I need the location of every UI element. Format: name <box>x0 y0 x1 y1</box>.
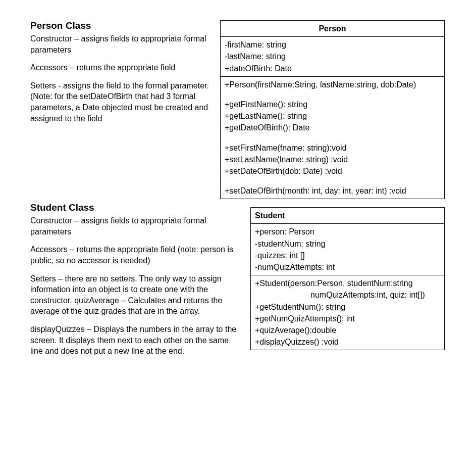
uml-person-m3: +getLastName(): string <box>225 112 307 120</box>
student-para-display: displayQuizzes – Displays the numbers in… <box>30 324 242 357</box>
student-para-accessors: Accessors – returns the appropriate fiel… <box>30 244 242 266</box>
uml-student-box: Student +person: Person -studentNum: str… <box>250 207 445 350</box>
uml-person-box: Person -firstName: string -lastName: str… <box>220 20 445 199</box>
uml-person-attr1: -firstName: string <box>225 40 286 49</box>
uml-person-methods: +Person(firstName:String, lastName:strin… <box>221 76 445 199</box>
uml-person-attributes: -firstName: string -lastName: string +da… <box>221 37 445 77</box>
uml-person-m8: +setDateOfBirth(month: int, day: int, ye… <box>225 186 406 195</box>
uml-person-title: Person <box>221 21 445 37</box>
person-text-column: Person Class Constructor – assigns field… <box>30 20 220 131</box>
student-para-setters: Setters – there are no setters. The only… <box>30 273 242 317</box>
uml-person-m6: +setLastName(lname: string) :void <box>225 155 348 164</box>
uml-person-m1: +Person(firstName:String, lastName:strin… <box>225 80 416 89</box>
person-heading: Person Class <box>30 20 217 31</box>
student-row: Student Class Constructor – assigns fiel… <box>30 202 445 364</box>
uml-student-attr3: -quizzes: int [] <box>255 251 305 260</box>
person-uml-column: Person -firstName: string -lastName: str… <box>220 20 445 199</box>
student-uml-column: Student +person: Person -studentNum: str… <box>247 202 445 350</box>
student-text-column: Student Class Constructor – assigns fiel… <box>30 202 247 364</box>
uml-person-attr3: +dateOfBirth: Date <box>225 64 292 73</box>
student-para-constructor: Constructor – assigns fields to appropri… <box>30 215 242 237</box>
student-heading: Student Class <box>30 202 242 213</box>
uml-person-m7: +setDateOfBirth(dob: Date) :void <box>225 167 342 175</box>
uml-person-m4: +getDateOfBirth(): Date <box>225 123 310 132</box>
uml-student-title: Student <box>251 208 445 224</box>
person-row: Person Class Constructor – assigns field… <box>30 20 445 199</box>
person-para-setters: Setters - assigns the field to the forma… <box>30 80 217 124</box>
uml-student-methods: +Student(person:Person, studentNum:strin… <box>251 275 445 350</box>
uml-student-attr1: +person: Person <box>255 227 314 236</box>
uml-person-attr2: -lastName: string <box>225 52 286 61</box>
uml-student-attr4: -numQuizAttempts: int <box>255 263 335 271</box>
uml-student-m1b: numQuizAttempts:int, quiz: int[]) <box>255 289 440 301</box>
uml-student-attributes: +person: Person -studentNum: string -qui… <box>251 224 445 275</box>
uml-student-m3: +getNumQuizAttempts(): int <box>255 314 355 323</box>
uml-student-m4: +quizAverage():double <box>255 326 336 335</box>
uml-person-m2: +getFirstName(): string <box>225 100 307 109</box>
uml-student-m2: +getStudentNum(): string <box>255 303 345 311</box>
uml-student-m1a: +Student(person:Person, studentNum:strin… <box>255 279 413 288</box>
uml-person-m5: +setFirstName(fname: string):void <box>225 144 346 152</box>
uml-student-attr2: -studentNum: string <box>255 240 326 248</box>
person-para-accessors: Accessors – returns the appropriate fiel… <box>30 62 217 73</box>
uml-student-m5: +displayQuizzes() :void <box>255 338 339 346</box>
person-para-constructor: Constructor – assigns fields to appropri… <box>30 33 217 55</box>
